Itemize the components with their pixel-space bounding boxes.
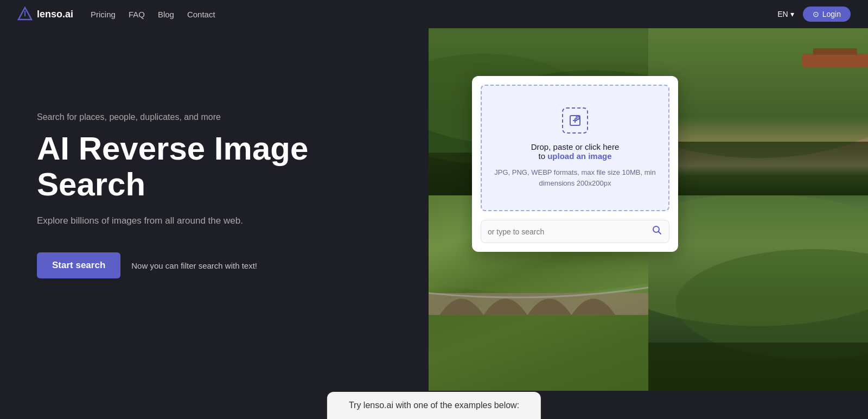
nav-links: Pricing FAQ Blog Contact <box>91 10 777 19</box>
drop-text-main: Drop, paste or click here to upload an i… <box>493 142 658 161</box>
logo-icon <box>17 7 33 22</box>
hero-actions: Start search Now you can filter search w… <box>37 252 392 278</box>
drop-link: to upload an image <box>538 151 611 161</box>
user-icon: ⊙ <box>813 10 819 18</box>
start-search-button[interactable]: Start search <box>37 252 120 278</box>
svg-point-8 <box>648 15 868 158</box>
login-button[interactable]: ⊙ Login <box>803 7 851 22</box>
search-button[interactable] <box>652 225 662 238</box>
lang-label: EN <box>777 10 788 18</box>
bottom-banner-text: Try lenso.ai with one of the examples be… <box>349 401 519 410</box>
nav-right: EN ▾ ⊙ Login <box>777 7 851 22</box>
logo[interactable]: lenso.ai <box>17 7 73 22</box>
upload-icon <box>562 107 588 134</box>
logo-text: lenso.ai <box>37 9 73 20</box>
svg-rect-15 <box>648 342 868 391</box>
svg-rect-11 <box>429 315 648 391</box>
bg-tile-4 <box>648 195 868 391</box>
hero-description: Explore billions of images from all arou… <box>37 215 392 226</box>
hero-title: AI Reverse Image Search <box>37 131 392 202</box>
svg-rect-9 <box>648 142 868 195</box>
nav-pricing[interactable]: Pricing <box>91 10 116 19</box>
hero-subtitle: Search for places, people, duplicates, a… <box>37 112 392 122</box>
nav-faq[interactable]: FAQ <box>129 10 145 19</box>
hero-note: Now you can filter search with text! <box>131 261 257 270</box>
svg-line-19 <box>659 232 661 234</box>
login-label: Login <box>822 10 841 18</box>
drop-text-sub: JPG, PNG, WEBP formats, max file size 10… <box>493 167 658 188</box>
language-selector[interactable]: EN ▾ <box>777 10 794 18</box>
nav-contact[interactable]: Contact <box>187 10 215 19</box>
bottom-banner: Try lenso.ai with one of the examples be… <box>327 392 541 419</box>
navbar: lenso.ai Pricing FAQ Blog Contact EN ▾ ⊙… <box>0 0 868 28</box>
bg-tile-2 <box>648 0 868 195</box>
nav-blog[interactable]: Blog <box>158 10 174 19</box>
text-search-input[interactable] <box>488 227 652 236</box>
upload-widget: Drop, paste or click here to upload an i… <box>472 76 678 252</box>
drop-zone[interactable]: Drop, paste or click here to upload an i… <box>481 85 669 211</box>
chevron-down-icon: ▾ <box>790 10 794 18</box>
hero-left: Search for places, people, duplicates, a… <box>0 0 429 391</box>
search-input-row <box>481 220 669 243</box>
